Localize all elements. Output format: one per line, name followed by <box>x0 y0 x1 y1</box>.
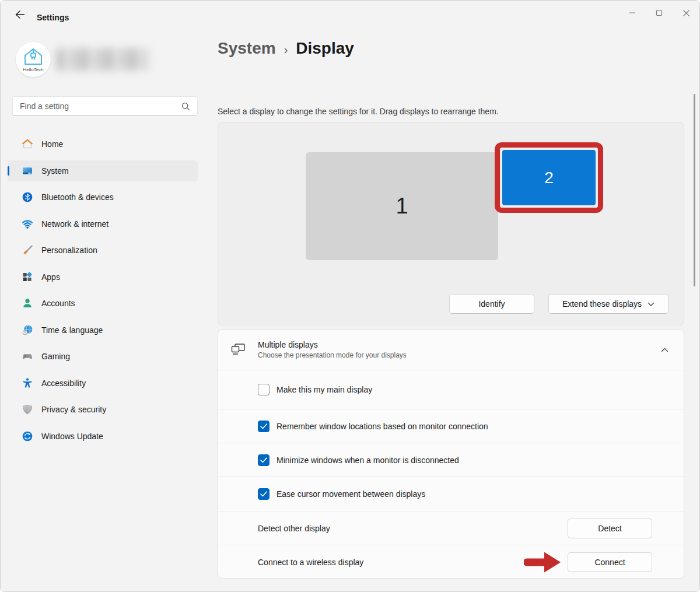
checkbox-label[interactable]: Ease cursor movement between displays <box>276 489 425 499</box>
identify-button[interactable]: Identify <box>449 294 534 314</box>
monitor-1[interactable]: 1 <box>306 152 498 260</box>
sidebar-item-label: Privacy & security <box>41 405 106 414</box>
wireless-display-row: Connect to a wireless display Connect <box>218 545 684 579</box>
sidebar-item-time-language[interactable]: Time & language <box>8 320 198 341</box>
breadcrumb-separator-icon: › <box>284 41 288 57</box>
sidebar-item-system[interactable]: System <box>8 160 198 181</box>
sidebar-item-personalization[interactable]: Personalization <box>8 240 198 261</box>
accessibility-icon <box>22 377 33 389</box>
sidebar-item-apps[interactable]: Apps <box>8 267 198 288</box>
avatar[interactable]: HelloTech <box>16 42 51 77</box>
privacy-security-icon <box>22 404 33 415</box>
sidebar-item-accounts[interactable]: Accounts <box>8 293 198 314</box>
red-arrow-annotation-icon <box>524 548 562 576</box>
multiple-displays-card: Multiple displays Choose the presentatio… <box>218 329 684 579</box>
extend-displays-value: Extend these displays <box>562 299 642 309</box>
sidebar-item-label: Personalization <box>41 246 97 255</box>
user-name-redacted <box>56 48 148 71</box>
page-title: Display <box>296 39 354 58</box>
sidebar-nav: Home System <box>8 134 198 447</box>
accounts-icon <box>22 297 33 309</box>
remember-locations-checkbox[interactable] <box>258 421 270 432</box>
checkbox-row-ease-cursor: Ease cursor movement between displays <box>218 477 684 511</box>
scrollbar-thumb[interactable] <box>694 94 695 286</box>
sidebar-item-bluetooth-devices[interactable]: Bluetooth & devices <box>8 187 198 208</box>
time-language-icon <box>22 324 33 336</box>
sidebar-item-label: Accessibility <box>41 379 86 388</box>
bluetooth-icon <box>22 191 33 203</box>
monitor-2[interactable]: 2 <box>502 150 596 205</box>
multiple-displays-title: Multiple displays <box>258 340 407 349</box>
minimize-windows-checkbox[interactable] <box>258 454 270 466</box>
hellotech-logo-icon <box>23 47 43 68</box>
display-arrangement-panel: 1 2 Identify Extend these displays <box>218 122 684 325</box>
minimize-button[interactable] <box>619 1 646 25</box>
checkbox-label[interactable]: Remember window locations based on monit… <box>276 422 488 431</box>
sidebar-item-label: Bluetooth & devices <box>41 192 114 202</box>
avatar-label: HelloTech <box>23 67 43 72</box>
display-description: Select a display to change the settings … <box>218 107 499 116</box>
breadcrumb-system[interactable]: System <box>218 39 276 58</box>
search-box <box>12 96 198 116</box>
chevron-up-icon[interactable] <box>661 348 668 352</box>
sidebar-item-gaming[interactable]: Gaming <box>8 346 198 367</box>
extend-displays-dropdown[interactable]: Extend these displays <box>548 294 668 314</box>
checkbox-row-remember-locations: Remember window locations based on monit… <box>218 409 684 443</box>
sidebar-item-label: Time & language <box>41 325 103 335</box>
checkbox-row-main-display: Make this my main display <box>218 370 684 409</box>
multiple-displays-subtitle: Choose the presentation mode for your di… <box>258 351 407 359</box>
sidebar-item-label: Network & internet <box>41 219 108 229</box>
sidebar-item-home[interactable]: Home <box>8 134 198 155</box>
personalization-icon <box>22 244 33 256</box>
detect-button[interactable]: Detect <box>568 519 652 538</box>
connect-row-label: Connect to a wireless display <box>258 558 363 567</box>
chevron-down-icon <box>648 299 654 309</box>
ease-cursor-checkbox[interactable] <box>258 488 270 500</box>
gaming-icon <box>22 351 33 362</box>
checkbox-label[interactable]: Minimize windows when a monitor is disco… <box>276 456 459 465</box>
apps-icon <box>22 271 33 283</box>
breadcrumb: System › Display <box>218 39 354 58</box>
multiple-displays-header[interactable]: Multiple displays Choose the presentatio… <box>218 330 684 370</box>
detect-display-row: Detect other display Detect <box>218 511 684 545</box>
sidebar-item-label: Accounts <box>41 299 75 308</box>
search-input[interactable] <box>13 101 181 111</box>
checkbox-label[interactable]: Make this my main display <box>276 385 372 394</box>
back-button[interactable] <box>11 9 29 23</box>
sidebar-item-accessibility[interactable]: Accessibility <box>8 373 198 394</box>
detect-row-label: Detect other display <box>258 524 330 533</box>
multiple-displays-icon <box>230 342 247 358</box>
main-display-checkbox[interactable] <box>258 384 270 395</box>
sidebar-item-label: Gaming <box>41 352 70 361</box>
app-title: Settings <box>37 13 69 22</box>
sidebar-item-network-internet[interactable]: Network & internet <box>8 213 198 234</box>
titlebar: Settings <box>1 1 699 29</box>
windows-update-icon <box>22 430 33 442</box>
maximize-button[interactable] <box>646 1 673 25</box>
home-icon <box>22 138 33 150</box>
sidebar-item-label: Windows Update <box>41 432 103 441</box>
sidebar-item-label: System <box>41 166 69 176</box>
network-icon <box>22 218 33 230</box>
close-button[interactable] <box>673 1 699 25</box>
sidebar-item-windows-update[interactable]: Windows Update <box>8 426 198 447</box>
sidebar-item-privacy-security[interactable]: Privacy & security <box>8 399 198 420</box>
back-arrow-icon <box>15 10 25 22</box>
connect-button[interactable]: Connect <box>568 552 652 572</box>
sidebar-item-label: Apps <box>41 272 60 282</box>
checkbox-row-minimize-windows: Minimize windows when a monitor is disco… <box>218 443 684 477</box>
settings-window: Settings HelloTech <box>0 0 700 592</box>
system-icon <box>22 165 33 177</box>
selection-accent-bar <box>8 166 9 176</box>
search-icon[interactable] <box>181 102 190 111</box>
sidebar-item-label: Home <box>41 139 63 149</box>
